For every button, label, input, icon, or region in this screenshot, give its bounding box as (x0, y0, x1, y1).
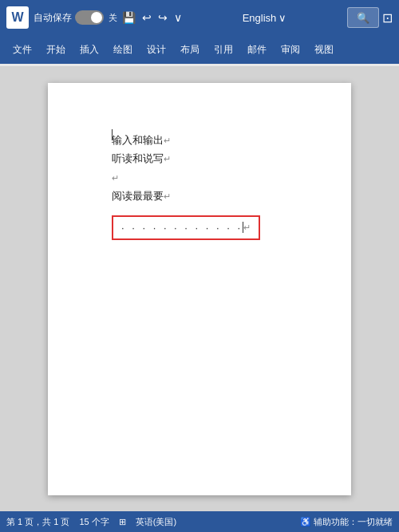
autosave-toggle[interactable] (75, 10, 104, 25)
toggle-knob (91, 12, 102, 23)
menu-item-file[interactable]: 文件 (6, 40, 38, 60)
menu-item-mailings[interactable]: 邮件 (241, 40, 273, 60)
dotted-text: · · · · · · · · · · · · (121, 222, 243, 234)
chevron-down-icon: ∨ (279, 12, 286, 24)
menu-bar: 文件 开始 插入 绘图 设计 布局 引用 邮件 审阅 视图 (0, 35, 399, 64)
undo-icon[interactable]: ↩ (142, 11, 152, 24)
document-area[interactable]: 输入和输出↵ 听读和说写↵ ↵ 阅读最最要↵ · · · · · · · · ·… (0, 67, 399, 511)
menu-item-home[interactable]: 开始 (40, 40, 72, 60)
save-icon[interactable]: 💾 (122, 11, 136, 24)
line-3-empty: ↵ (112, 168, 311, 187)
document-page[interactable]: 输入和输出↵ 听读和说写↵ ↵ 阅读最最要↵ · · · · · · · · ·… (48, 83, 351, 495)
line-2: 听读和说写↵ (112, 149, 311, 167)
toggle-off-label: 关 (109, 12, 117, 24)
title-right: 🔍 ⊡ (347, 7, 393, 28)
title-icons: 💾 ↩ ↪ ∨ (122, 11, 182, 24)
word-count: 15 个字 (79, 516, 109, 528)
menu-item-draw[interactable]: 绘图 (107, 40, 139, 60)
autosave-label: 自动保存 (34, 11, 72, 25)
search-icon: 🔍 (357, 12, 369, 24)
page-count: 第 1 页，共 1 页 (6, 516, 69, 528)
more-icon[interactable]: ∨ (174, 11, 182, 24)
line-4: 阅读最最要↵ (112, 187, 311, 205)
expand-icon[interactable]: ⊡ (382, 10, 393, 26)
language-label: English (243, 12, 277, 24)
title-center: English ∨ (182, 12, 347, 24)
word-logo: W (6, 6, 29, 29)
title-bar: W 自动保存 关 💾 ↩ ↪ ∨ English ∨ 🔍 ⊡ (0, 0, 399, 35)
language-selector[interactable]: English ∨ (243, 12, 287, 24)
autosave-area: 自动保存 关 (34, 10, 117, 25)
language-status: 英语(美国) (136, 516, 176, 528)
menu-item-review[interactable]: 审阅 (275, 40, 306, 60)
menu-item-view[interactable]: 视图 (308, 40, 340, 60)
status-right: ♿ 辅助功能：一切就绪 (300, 516, 393, 528)
view-icon: ⊞ (119, 517, 126, 527)
accessibility-status: ♿ 辅助功能：一切就绪 (300, 516, 393, 528)
search-box[interactable]: 🔍 (347, 7, 379, 28)
menu-item-layout[interactable]: 布局 (174, 40, 206, 60)
status-bar: 第 1 页，共 1 页 15 个字 ⊞ 英语(美国) ♿ 辅助功能：一切就绪 (0, 511, 399, 532)
menu-item-references[interactable]: 引用 (207, 40, 239, 60)
menu-item-insert[interactable]: 插入 (73, 40, 105, 60)
redo-icon[interactable]: ↪ (158, 11, 168, 24)
line-1: 输入和输出↵ (112, 131, 311, 149)
menu-item-design[interactable]: 设计 (140, 40, 172, 60)
dotted-line-highlighted[interactable]: · · · · · · · · · · · · ↵ (112, 215, 260, 240)
